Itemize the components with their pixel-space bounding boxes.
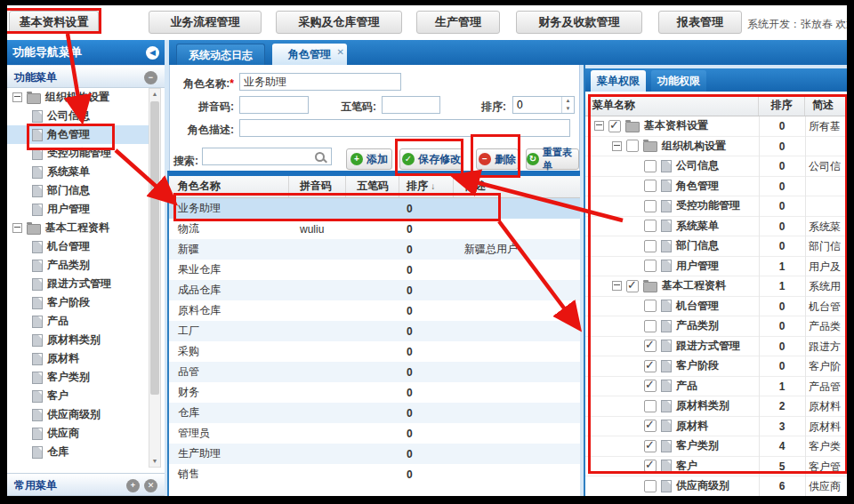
top-menu-business-flow[interactable]: 业务流程管理	[149, 11, 262, 34]
checkbox[interactable]	[644, 220, 657, 232]
table-row[interactable]: 物流wuliu0	[169, 219, 580, 239]
tab-system-log[interactable]: 系统动态日志	[176, 44, 265, 65]
permission-row[interactable]: 组织机构设置0	[585, 137, 847, 157]
checkbox[interactable]	[644, 420, 657, 432]
permission-row[interactable]: 客户类别4客户类	[585, 436, 847, 457]
expander-icon[interactable]	[12, 223, 22, 233]
permission-row[interactable]: 原材料类别2原材料	[585, 396, 847, 417]
sidebar-item[interactable]: 组织机构设置	[7, 88, 149, 107]
permission-row[interactable]: 客户阶段0客户阶	[585, 356, 847, 377]
checkbox[interactable]	[626, 280, 639, 292]
table-row[interactable]: 财务0	[169, 382, 580, 403]
table-row[interactable]: 生产助理0	[169, 444, 580, 464]
sidebar-item[interactable]: 公司信息	[7, 107, 149, 125]
stepper-up-icon[interactable]: ▲	[562, 97, 574, 105]
table-row[interactable]: 仓库0	[169, 403, 580, 423]
scroll-down-icon[interactable]: ▼	[149, 456, 160, 467]
top-menu-production[interactable]: 生产管理	[416, 11, 500, 34]
checkbox[interactable]	[644, 480, 657, 492]
sidebar-item[interactable]: 仓库	[7, 443, 149, 461]
remove-favorite-icon[interactable]: ✕	[144, 479, 157, 492]
col-role-name[interactable]: 角色名称	[169, 176, 289, 197]
checkbox[interactable]	[644, 260, 657, 272]
permission-grid-header[interactable]: 菜单名称 排序 简述	[585, 94, 847, 116]
checkbox[interactable]	[644, 460, 657, 472]
stepper-down-icon[interactable]: ▼	[562, 105, 574, 113]
top-menu-purchase-warehouse[interactable]: 采购及仓库管理	[276, 11, 402, 34]
sidebar-item[interactable]: 客户	[7, 387, 149, 405]
checkbox[interactable]	[644, 380, 657, 392]
permission-row[interactable]: 部门信息0部门信	[585, 236, 847, 257]
table-row[interactable]: 新疆0新疆总用户	[169, 239, 580, 260]
permission-row[interactable]: 基本资料设置0所有基	[585, 116, 847, 137]
col-wubi[interactable]: 五笔码	[346, 176, 399, 197]
search-icon[interactable]	[315, 152, 325, 162]
permission-row[interactable]: 跟进方式管理0跟进方	[585, 337, 847, 357]
table-row[interactable]: 业务助理0	[169, 198, 580, 219]
sidebar-item[interactable]: 机台管理	[7, 237, 149, 256]
tab-menu-permission[interactable]: 菜单权限	[591, 70, 646, 92]
sidebar-item[interactable]: 部门信息	[7, 181, 149, 200]
col-menu-name[interactable]: 菜单名称	[585, 94, 759, 116]
table-row[interactable]: 销售0	[169, 464, 580, 484]
checkbox[interactable]	[644, 440, 657, 452]
tab-role-management[interactable]: 角色管理 ✕	[272, 44, 347, 65]
close-tab-icon[interactable]: ✕	[337, 42, 344, 63]
sidebar-item[interactable]: 系统菜单	[7, 163, 149, 181]
checkbox[interactable]	[644, 160, 657, 172]
permission-row[interactable]: 角色管理0	[585, 177, 847, 197]
table-row[interactable]: 采购0	[169, 341, 580, 362]
table-row[interactable]: 原料仓库0	[169, 300, 580, 321]
sidebar-item[interactable]: 受控功能管理	[7, 144, 149, 163]
col-sort[interactable]: 排序 ↓	[399, 176, 454, 197]
table-row[interactable]: 工厂0	[169, 321, 580, 341]
role-name-input[interactable]	[239, 73, 401, 91]
pinyin-input[interactable]	[239, 96, 309, 114]
scroll-up-icon[interactable]: ▲	[149, 89, 160, 100]
sort-input[interactable]	[513, 97, 561, 113]
scrollbar-thumb[interactable]	[150, 101, 159, 395]
col-pinyin[interactable]: 拼音码	[289, 176, 346, 197]
checkbox[interactable]	[644, 200, 657, 212]
col-desc[interactable]: 简述	[454, 176, 580, 197]
permission-row[interactable]: 公司信息0公司信	[585, 156, 847, 177]
sidebar-item[interactable]: 产品	[7, 312, 149, 331]
sidebar-item[interactable]: 原材料	[7, 349, 149, 368]
permission-row[interactable]: 基本工程资料1系统用	[585, 276, 847, 297]
table-row[interactable]: 成品仓库0	[169, 280, 580, 300]
permission-row[interactable]: 受控功能管理0	[585, 196, 847, 217]
sort-stepper[interactable]: ▲ ▼	[512, 96, 575, 114]
tab-function-permission[interactable]: 功能权限	[651, 70, 706, 92]
permission-row[interactable]: 客户5客户管	[585, 457, 847, 477]
permission-row[interactable]: 机台管理0机台管	[585, 297, 847, 317]
sidebar-item[interactable]: 跟进方式管理	[7, 275, 149, 293]
checkbox[interactable]	[644, 320, 657, 332]
sidebar-item[interactable]: 供应商级别	[7, 405, 149, 424]
add-favorite-icon[interactable]: +	[126, 479, 140, 492]
reset-button[interactable]: ↻ 重置表单	[526, 148, 579, 170]
top-menu-finance[interactable]: 财务及收款管理	[516, 11, 642, 34]
wubi-input[interactable]	[382, 96, 440, 114]
checkbox[interactable]	[644, 240, 657, 252]
roles-grid-header[interactable]: 角色名称 拼音码 五笔码 排序 ↓ 简述	[169, 176, 580, 198]
permission-row[interactable]: 供应商级别6供应商	[585, 476, 847, 496]
checkbox[interactable]	[644, 360, 657, 372]
add-button[interactable]: + 添加	[346, 148, 392, 170]
permission-row[interactable]: 产品类别0产品类	[585, 316, 847, 337]
collapse-sidebar-icon[interactable]: ◀	[146, 46, 159, 60]
sidebar-item[interactable]: 原材料类别	[7, 331, 149, 349]
top-menu-reports[interactable]: 报表管理	[658, 11, 742, 34]
checkbox[interactable]	[626, 140, 639, 152]
checkbox[interactable]	[644, 340, 657, 352]
sidebar-item[interactable]: 用户管理	[7, 200, 149, 219]
search-input[interactable]	[202, 148, 332, 165]
checkbox[interactable]	[644, 400, 657, 412]
role-desc-input[interactable]	[239, 119, 570, 137]
col-menu-desc[interactable]: 简述	[805, 94, 847, 116]
permission-row[interactable]: 产品1产品管	[585, 377, 847, 397]
table-row[interactable]: 管理员0	[169, 423, 580, 444]
checkbox[interactable]	[644, 300, 657, 312]
sidebar-item[interactable]: 基本工程资料	[7, 219, 149, 237]
permission-row[interactable]: 用户管理1用户及	[585, 257, 847, 277]
expander-icon[interactable]	[594, 121, 604, 131]
